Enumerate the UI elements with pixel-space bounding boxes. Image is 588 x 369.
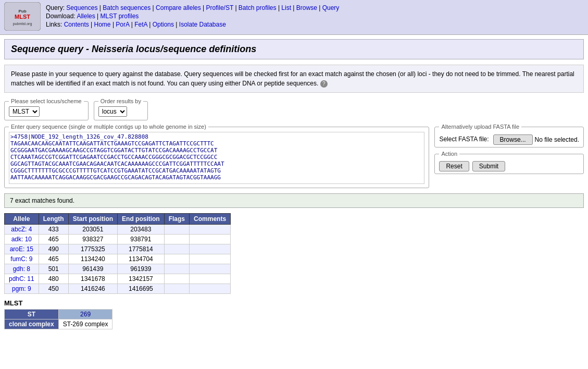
cell-comments (190, 264, 231, 274)
table-row: pgm: 945014162461416695 (5, 284, 231, 294)
nav-query[interactable]: Query (322, 4, 340, 11)
links-nav-row: Links: Contents | Home | PorA | FetA | O… (46, 21, 339, 28)
cell-allele[interactable]: abcZ: 4 (5, 225, 39, 235)
cc-label: clonal complex (5, 319, 59, 329)
cell-start: 203051 (68, 225, 117, 235)
col-end: End position (118, 214, 165, 225)
nav-isolate-db[interactable]: Isolate Database (179, 21, 226, 28)
nav-contents[interactable]: Contents (64, 21, 89, 28)
mlst-section: MLST ST 269 clonal complex ST-269 comple… (4, 299, 584, 329)
cell-start: 1134240 (68, 254, 117, 264)
nav-browse[interactable]: Browse (296, 4, 317, 11)
mlst-table: ST 269 clonal complex ST-269 complex (4, 309, 112, 329)
cell-comments (190, 284, 231, 294)
cell-comments (190, 274, 231, 284)
st-value: 269 (58, 310, 112, 319)
results-table-wrap: Allele Length Start position End positio… (4, 213, 584, 294)
cell-flags (164, 284, 189, 294)
table-row: aroE: 1549017753251775814 (5, 244, 231, 254)
action-buttons: Reset Submit (439, 161, 579, 171)
nav-feta[interactable]: FetA (134, 21, 147, 28)
cell-flags (164, 235, 189, 244)
cell-length: 501 (39, 264, 68, 274)
col-comments: Comments (190, 214, 231, 225)
browse-button[interactable]: Browse... (493, 134, 533, 145)
cell-length: 450 (39, 284, 68, 294)
svg-text:Pub: Pub (18, 9, 26, 14)
nav-batch-sequences[interactable]: Batch sequences (103, 4, 151, 11)
cell-end: 1134704 (118, 254, 165, 264)
cell-length: 433 (39, 225, 68, 235)
action-legend: Action (439, 151, 459, 157)
results-tbody: abcZ: 4433203051203483adk: 1046593832793… (5, 225, 231, 294)
logo: Pub MLST pubmlst.org (4, 2, 41, 32)
results-summary: 7 exact matches found. (10, 197, 74, 204)
cell-end: 961939 (118, 264, 165, 274)
seq-area: Enter query sequence (single or multiple… (4, 124, 584, 188)
seq-legend: Enter query sequence (single or multiple… (9, 124, 208, 130)
nav-list[interactable]: List (281, 4, 291, 11)
help-icon[interactable]: ? (320, 80, 328, 88)
cell-start: 1775325 (68, 244, 117, 254)
nav-batch-profiles[interactable]: Batch profiles (239, 4, 277, 11)
cell-end: 203483 (118, 225, 165, 235)
submit-button[interactable]: Submit (472, 161, 505, 171)
cell-flags (164, 244, 189, 254)
fasta-legend: Alternatively upload FASTA file (439, 124, 521, 130)
cell-allele[interactable]: adk: 10 (5, 235, 39, 244)
info-text: Please paste in your sequence to query a… (11, 70, 574, 87)
download-nav-row: Download: Alleles | MLST profiles (46, 13, 339, 20)
cell-start: 961439 (68, 264, 117, 274)
table-row: gdh: 8501961439961939 (5, 264, 231, 274)
query-label: Query: (46, 4, 65, 11)
order-select[interactable]: locus (98, 106, 127, 117)
cell-end: 1416695 (118, 284, 165, 294)
cell-start: 1416246 (68, 284, 117, 294)
links-label: Links: (46, 21, 62, 28)
cell-allele[interactable]: fumC: 9 (5, 254, 39, 264)
cell-allele[interactable]: aroE: 15 (5, 244, 39, 254)
nav-compare-alleles[interactable]: Compare alleles (156, 4, 201, 11)
cell-allele[interactable]: gdh: 8 (5, 264, 39, 274)
col-length: Length (39, 214, 68, 225)
nav-home[interactable]: Home (94, 21, 111, 28)
results-table: Allele Length Start position End positio… (4, 213, 231, 294)
table-row: pdhC: 1148013416781342157 (5, 274, 231, 284)
nav-mlst-profiles[interactable]: MLST profiles (101, 13, 139, 20)
cc-value: ST-269 complex (58, 319, 112, 329)
cell-allele[interactable]: pgm: 9 (5, 284, 39, 294)
download-label: Download: (46, 13, 76, 20)
page-title: Sequence query - Neisseria locus/sequenc… (11, 44, 577, 55)
mlst-title: MLST (4, 299, 584, 307)
nav-alleles[interactable]: Alleles (77, 13, 95, 20)
cell-allele[interactable]: pdhC: 11 (5, 274, 39, 284)
no-file-text: No file selected. (535, 136, 579, 143)
nav-profile-st[interactable]: Profile/ST (206, 4, 233, 11)
nav-options[interactable]: Options (153, 21, 174, 28)
cell-length: 465 (39, 254, 68, 264)
order-legend: Order results by (98, 98, 143, 104)
locus-select[interactable]: MLST (9, 106, 40, 117)
main-content: Sequence query - Neisseria locus/sequenc… (4, 39, 584, 329)
table-row: fumC: 946511342401134704 (5, 254, 231, 264)
cell-end: 938791 (118, 235, 165, 244)
table-row: abcZ: 4433203051203483 (5, 225, 231, 235)
seq-fieldset: Enter query sequence (single or multiple… (4, 124, 429, 188)
cell-flags (164, 225, 189, 235)
cell-comments (190, 254, 231, 264)
reset-button[interactable]: Reset (439, 161, 469, 171)
cell-end: 1775814 (118, 244, 165, 254)
cell-comments (190, 235, 231, 244)
nav-pora[interactable]: PorA (116, 21, 129, 28)
seq-textarea[interactable]: >4758|NODE_192_length_1326_cov_47.828808… (9, 132, 424, 184)
header-links: Query: Sequences | Batch sequences | Com… (46, 2, 339, 28)
nav-sequences[interactable]: Sequences (66, 4, 97, 11)
fasta-fieldset: Alternatively upload FASTA file Select F… (434, 124, 584, 147)
header: Pub MLST pubmlst.org Query: Sequences | … (0, 0, 588, 35)
col-allele: Allele (5, 214, 39, 225)
cell-start: 938327 (68, 235, 117, 244)
st-label: ST (5, 310, 59, 319)
svg-text:MLST: MLST (15, 14, 30, 20)
table-row: adk: 10465938327938791 (5, 235, 231, 244)
cell-flags (164, 254, 189, 264)
